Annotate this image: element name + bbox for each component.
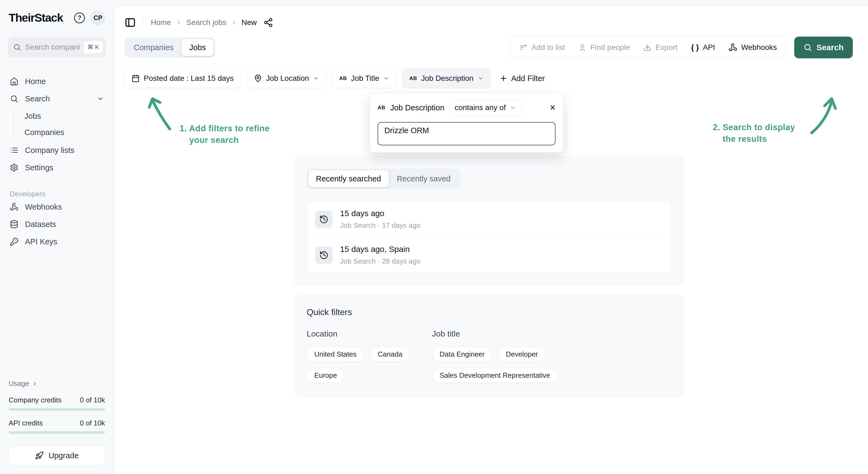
chip-europe[interactable]: Europe <box>307 368 345 383</box>
home-icon <box>10 77 19 86</box>
map-pin-icon <box>254 74 262 83</box>
sidebar-item-company-lists[interactable]: Company lists <box>8 141 106 159</box>
tab-companies[interactable]: Companies <box>126 39 181 56</box>
sidebar-item-label: Webhooks <box>25 202 62 212</box>
job-description-filter-popup: AB Job Description contains any of × <box>370 93 563 153</box>
text-ab-icon: AB <box>409 75 417 81</box>
company-search-box[interactable]: ⌘ K <box>8 37 106 58</box>
breadcrumb-home[interactable]: Home <box>151 18 171 27</box>
main-column: Home Search jobs New Companies Jobs Add … <box>114 0 868 474</box>
sidebar-item-api-keys[interactable]: API Keys <box>8 233 106 250</box>
avatar[interactable]: CP <box>90 10 105 26</box>
popup-field-label: Job Description <box>390 103 444 112</box>
job-description-value-input[interactable] <box>378 122 556 145</box>
add-filter-label: Add Filter <box>511 74 545 83</box>
tab-recently-searched[interactable]: Recently searched <box>308 170 389 187</box>
webhooks-button[interactable]: Webhooks <box>722 43 784 52</box>
filter-job-location[interactable]: Job Location <box>247 69 326 88</box>
export-button[interactable]: Export <box>637 43 684 52</box>
chip-united-states[interactable]: United States <box>307 347 364 362</box>
share-icon[interactable] <box>264 18 273 27</box>
api-credits-progressbar <box>9 431 105 434</box>
quick-filters-title: Quick filters <box>307 307 671 317</box>
help-icon[interactable]: ? <box>74 12 85 23</box>
add-to-list-label: Add to list <box>531 43 565 52</box>
operator-select[interactable]: contains any of <box>449 100 521 116</box>
tab-jobs[interactable]: Jobs <box>182 39 214 56</box>
api-credits-label: API credits <box>9 419 43 428</box>
keyboard-shortcut-badge: ⌘ K <box>84 41 103 53</box>
filter-job-title[interactable]: AB Job Title <box>332 69 396 88</box>
sidebar-item-datasets[interactable]: Datasets <box>8 216 106 233</box>
list-item[interactable]: 15 days ago, Spain Job Search · 28 days … <box>307 237 671 273</box>
chevron-right-icon <box>32 381 38 387</box>
find-people-button[interactable]: Find people <box>571 43 637 52</box>
chip-canada[interactable]: Canada <box>370 347 410 362</box>
chip-sales-development-representative[interactable]: Sales Development Representative <box>432 368 558 383</box>
search-icon <box>13 43 21 51</box>
breadcrumb-search-jobs[interactable]: Search jobs <box>186 18 226 27</box>
sidebar-item-search[interactable]: Search <box>8 90 106 107</box>
sidebar-item-label: Home <box>25 77 46 86</box>
location-group-label: Location <box>307 329 432 339</box>
recent-tabs: Recently searched Recently saved <box>307 169 460 189</box>
close-icon[interactable]: × <box>550 103 556 113</box>
chip-developer[interactable]: Developer <box>498 347 546 362</box>
gear-icon <box>10 163 19 172</box>
recent-card: Recently searched Recently saved 15 days… <box>294 156 684 286</box>
annotation-step2: 2. Search to display the results <box>713 122 795 145</box>
history-icon <box>319 251 329 260</box>
add-filter-button[interactable]: Add Filter <box>499 74 545 83</box>
chevron-down-icon <box>97 95 104 102</box>
filter-job-description[interactable]: AB Job Description <box>402 69 490 88</box>
recent-searches-list: 15 days ago Job Search · 17 days ago 15 … <box>307 201 671 273</box>
list-plus-icon <box>520 43 528 52</box>
filter-posted-date[interactable]: Posted date : Last 15 days <box>124 69 241 88</box>
list-item-title: 15 days ago, Spain <box>340 245 421 254</box>
history-icon-tile <box>315 247 333 264</box>
annotation-step1-line1: 1. Add filters to refine <box>180 124 270 133</box>
database-icon <box>10 220 19 229</box>
list-item-title: 15 days ago <box>340 209 421 218</box>
app-root: TheirStack ? CP ⌘ K Home Search Jobs <box>0 0 868 474</box>
job-title-chips: Data Engineer Developer Sales Developmen… <box>432 347 638 383</box>
upgrade-button[interactable]: Upgrade <box>9 445 105 466</box>
sidebar-item-settings[interactable]: Settings <box>8 159 106 176</box>
add-to-list-button[interactable]: Add to list <box>513 43 571 52</box>
annotation-arrow-up-right <box>809 95 837 135</box>
chevron-down-icon <box>313 75 319 81</box>
sidebar-item-home[interactable]: Home <box>8 73 106 90</box>
api-button[interactable]: { } API <box>684 43 722 52</box>
list-item[interactable]: 15 days ago Job Search · 17 days ago <box>307 201 671 237</box>
usage-link[interactable]: Usage <box>9 379 105 388</box>
text-ab-icon: AB <box>378 105 385 110</box>
filter-job-title-label: Job Title <box>351 74 379 83</box>
operator-value: contains any of <box>455 103 506 112</box>
key-icon <box>10 237 19 246</box>
app-logo: TheirStack <box>9 11 63 24</box>
plus-icon <box>499 74 507 83</box>
list-item-subtitle: Job Search · 28 days ago <box>340 257 421 265</box>
breadcrumb-current: New <box>242 18 257 27</box>
api-credits-row: API credits 0 of 10k <box>9 419 105 428</box>
tab-recently-saved[interactable]: Recently saved <box>389 170 458 187</box>
search-button[interactable]: Search <box>794 37 853 58</box>
sidebar-toggle-icon[interactable] <box>124 17 136 28</box>
sidebar-item-companies[interactable]: Companies <box>24 124 106 140</box>
company-search-input[interactable] <box>25 43 80 52</box>
sidebar-item-label: Settings <box>25 163 54 172</box>
developers-section-label: Developers <box>8 190 106 198</box>
main-panel: Home Search jobs New Companies Jobs Add … <box>114 6 868 474</box>
sidebar-item-webhooks[interactable]: Webhooks <box>8 198 106 216</box>
filter-job-description-label: Job Description <box>421 74 474 83</box>
list-item-text: 15 days ago, Spain Job Search · 28 days … <box>340 245 421 265</box>
company-credits-value: 0 of 10k <box>80 396 105 404</box>
braces-icon: { } <box>691 43 699 52</box>
chevron-down-icon <box>478 75 484 81</box>
text-ab-icon: AB <box>339 75 347 81</box>
sidebar-nav: Home Search Jobs Companies Company lists… <box>8 73 106 250</box>
chip-data-engineer[interactable]: Data Engineer <box>432 347 492 362</box>
sidebar-item-jobs[interactable]: Jobs <box>24 108 106 124</box>
sidebar: TheirStack ? CP ⌘ K Home Search Jobs <box>0 0 114 474</box>
upgrade-label: Upgrade <box>49 451 79 460</box>
